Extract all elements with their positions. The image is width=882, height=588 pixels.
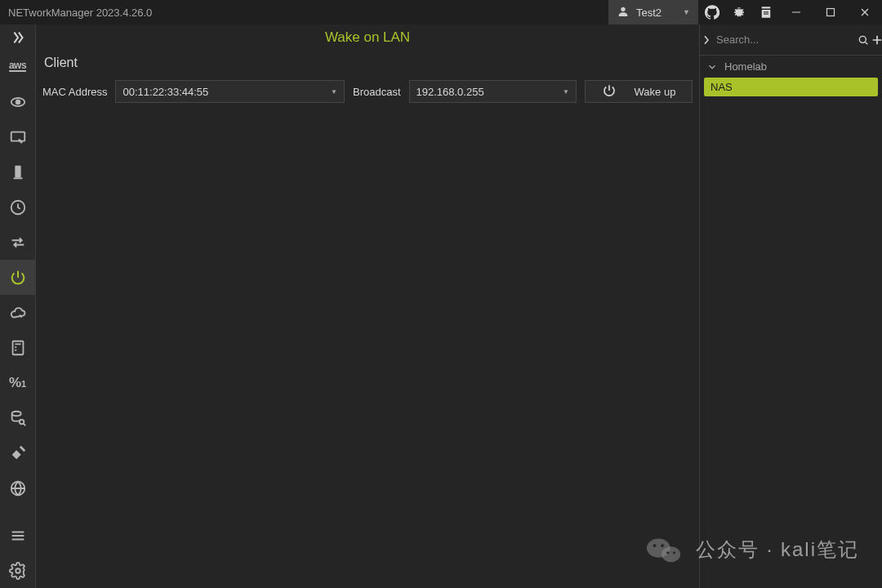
docs-icon[interactable] <box>752 0 779 24</box>
svg-point-0 <box>621 7 625 11</box>
svg-rect-3 <box>792 12 800 13</box>
app-title: NETworkManager 2023.4.26.0 <box>0 7 608 19</box>
left-nav: aws %1 <box>0 24 36 588</box>
nav-item-dbsearch[interactable] <box>0 400 36 435</box>
profile-name: Test2 <box>636 7 662 19</box>
titlebar: NETworkManager 2023.4.26.0 Test2 ▼ <box>0 0 882 24</box>
nav-item-list[interactable] <box>0 518 36 553</box>
caret-down-icon: ▼ <box>331 88 337 96</box>
nav-item-server[interactable] <box>0 154 36 189</box>
right-panel: Homelab NAS <box>700 24 882 588</box>
svg-point-6 <box>16 100 20 104</box>
search-icon[interactable] <box>857 33 870 47</box>
mac-address-value: 00:11:22:33:44:55 <box>122 86 208 98</box>
nav-item-monitor[interactable] <box>0 84 36 119</box>
search-input[interactable] <box>713 33 857 46</box>
group-label: Homelab <box>724 60 767 73</box>
svg-rect-1 <box>764 11 768 12</box>
wake-up-button[interactable]: Wake up <box>585 80 693 103</box>
nav-item-history[interactable] <box>0 189 36 225</box>
caret-down-icon: ▼ <box>563 88 569 96</box>
svg-rect-2 <box>764 14 768 15</box>
svg-point-16 <box>859 36 866 42</box>
broadcast-value: 192.168.0.255 <box>416 86 484 98</box>
svg-rect-4 <box>827 9 835 16</box>
add-icon[interactable] <box>870 33 882 47</box>
github-icon[interactable] <box>698 0 725 24</box>
svg-rect-11 <box>12 341 23 354</box>
profile-selector[interactable]: Test2 ▼ <box>608 0 698 24</box>
nav-item-settings[interactable] <box>0 553 36 588</box>
caret-down-icon: ▼ <box>683 8 690 16</box>
close-button[interactable] <box>848 0 882 24</box>
power-icon <box>602 83 617 100</box>
svg-rect-7 <box>11 131 24 140</box>
nav-item-cloud[interactable] <box>0 295 36 330</box>
user-icon <box>617 5 630 20</box>
svg-point-15 <box>16 568 20 573</box>
nav-item-calculator[interactable] <box>0 330 36 365</box>
svg-point-12 <box>11 411 20 416</box>
chevron-down-icon <box>706 61 718 73</box>
svg-rect-9 <box>13 177 22 179</box>
expand-nav-button[interactable] <box>0 26 36 49</box>
nav-item-globe[interactable] <box>0 470 36 506</box>
wol-form: MAC Address 00:11:22:33:44:55 ▼ Broadcas… <box>36 80 699 103</box>
nav-item-percent[interactable]: %1 <box>0 365 36 400</box>
group-header[interactable]: Homelab <box>700 56 882 78</box>
minimize-button[interactable] <box>779 0 813 24</box>
svg-rect-8 <box>15 165 20 177</box>
collapse-panel-button[interactable] <box>700 33 713 47</box>
nav-item-transfer[interactable] <box>0 225 36 260</box>
content-area: Wake on LAN Client MAC Address 00:11:22:… <box>36 24 700 588</box>
page-title: Wake on LAN <box>36 24 699 49</box>
broadcast-label: Broadcast <box>353 86 401 98</box>
section-title: Client <box>36 49 699 80</box>
nav-item-power[interactable] <box>0 260 36 295</box>
wake-up-label: Wake up <box>635 86 676 98</box>
mac-label: MAC Address <box>42 86 107 98</box>
broadcast-input[interactable]: 192.168.0.255 ▼ <box>409 80 577 103</box>
search-row <box>700 24 882 56</box>
nav-item-desktop[interactable] <box>0 119 36 154</box>
mac-address-input[interactable]: 00:11:22:33:44:55 ▼ <box>115 80 344 103</box>
maximize-button[interactable] <box>813 0 848 24</box>
nav-item-satellite[interactable] <box>0 435 36 470</box>
profile-item-label: NAS <box>710 81 733 93</box>
profile-item[interactable]: NAS <box>704 78 878 96</box>
bug-icon[interactable] <box>725 0 752 24</box>
titlebar-icons <box>698 0 882 24</box>
nav-item-aws[interactable]: aws <box>0 49 36 84</box>
